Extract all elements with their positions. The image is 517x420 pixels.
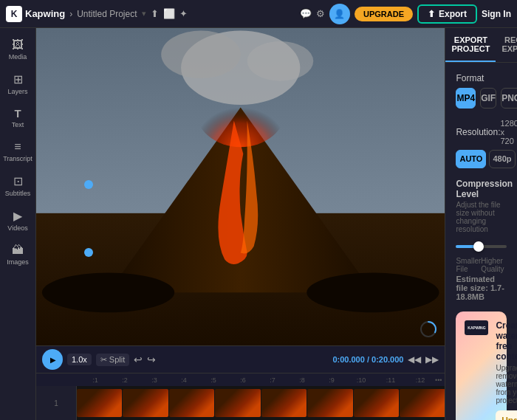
watermark-desc: Upgrade to remove our watermark from you… bbox=[496, 364, 517, 404]
media-label: Media bbox=[9, 53, 27, 61]
layers-icon: ⊞ bbox=[13, 72, 23, 86]
compression-label: Compression Level bbox=[456, 179, 507, 199]
text-label: Text bbox=[12, 121, 24, 128]
brand-logo: K Kapwing bbox=[6, 6, 65, 22]
redo-button[interactable]: ↪ bbox=[147, 354, 156, 365]
ruler-mark: :7 bbox=[258, 376, 287, 384]
resolution-label: Resolution: bbox=[456, 127, 500, 137]
timeline-nav-left[interactable]: ◀◀ bbox=[408, 354, 421, 365]
track-thumbnail bbox=[400, 389, 445, 417]
videos-label: Videos bbox=[7, 224, 27, 232]
svg-point-7 bbox=[42, 272, 174, 312]
project-name[interactable]: Untitled Project bbox=[77, 9, 137, 19]
slider-track[interactable] bbox=[456, 245, 507, 248]
undo-button[interactable]: ↩ bbox=[134, 354, 143, 365]
ruler-mark: :9 bbox=[317, 376, 346, 384]
compression-desc: Adjust the file size without changing re… bbox=[456, 201, 507, 233]
user-avatar[interactable]: 👤 bbox=[329, 4, 350, 24]
upgrade-button[interactable]: UPGRADE bbox=[355, 7, 413, 21]
videos-icon: ▶ bbox=[13, 209, 22, 223]
sidebar-item-layers[interactable]: ⊞ Layers bbox=[0, 68, 35, 100]
format-section: Format MP4 GIF PNG MP3 bbox=[456, 73, 507, 109]
resolution-header: Resolution: 1280 x 720 bbox=[456, 119, 507, 145]
fullscreen-icon[interactable]: ⬜ bbox=[163, 8, 175, 19]
crop-handle-bottom-left[interactable] bbox=[84, 248, 93, 257]
play-button[interactable]: ▶ bbox=[42, 349, 63, 370]
kapwing-logo: KAPWING bbox=[465, 320, 488, 335]
format-png[interactable]: PNG bbox=[501, 88, 517, 109]
time-current: 0:00.000 bbox=[332, 355, 364, 364]
sidebar: 🖼 Media ⊞ Layers T Text ≡ Transcript ⊡ S… bbox=[0, 28, 36, 420]
breadcrumb-sep: › bbox=[69, 9, 72, 19]
svg-point-5 bbox=[161, 31, 241, 79]
svg-point-8 bbox=[307, 272, 439, 312]
images-label: Images bbox=[7, 258, 29, 266]
track-thumbnail bbox=[77, 389, 122, 417]
slider-labels: Smaller File Higher Quality bbox=[456, 257, 507, 273]
res-480p[interactable]: 480p bbox=[489, 150, 515, 168]
panel-tabs: EXPORT PROJECT RECENT EXPORTS bbox=[445, 28, 517, 63]
compression-section: Compression Level Adjust the file size w… bbox=[456, 179, 507, 301]
tab-export-project[interactable]: EXPORT PROJECT bbox=[445, 28, 496, 62]
timeline-ruler: :1 :2 :3 :4 :5 :6 :7 :8 :9 :10 :11 :12 •… bbox=[36, 373, 445, 386]
resolution-buttons: AUTO 480p 720p 1080p+ 4K✦ bbox=[456, 150, 507, 168]
track-thumbnail bbox=[261, 389, 307, 417]
sidebar-item-media[interactable]: 🖼 Media bbox=[0, 34, 35, 65]
playhead-indicator bbox=[420, 320, 437, 338]
split-icon: ✂ bbox=[100, 355, 107, 365]
res-auto[interactable]: AUTO bbox=[456, 150, 486, 168]
upgrade-card-button[interactable]: Upgrade ✦ bbox=[496, 410, 517, 420]
sidebar-item-text[interactable]: T Text bbox=[0, 103, 35, 133]
timeline-track: 1 bbox=[36, 386, 445, 420]
time-total: 0:20.000 bbox=[372, 355, 403, 364]
panel-content: Format MP4 GIF PNG MP3 Resolution: 1280 … bbox=[445, 63, 517, 420]
sidebar-item-subtitles[interactable]: ⊡ Subtitles bbox=[0, 170, 35, 202]
watermark-text: Create watermark-free content Upgrade to… bbox=[496, 320, 517, 420]
ruler-mark: :2 bbox=[110, 376, 140, 384]
slider-thumb[interactable] bbox=[473, 241, 484, 252]
track-label: 1 bbox=[36, 386, 77, 420]
sidebar-item-images[interactable]: 🏔 Images bbox=[0, 239, 35, 270]
svg-point-6 bbox=[247, 41, 314, 81]
ruler-mark: :5 bbox=[199, 376, 228, 384]
tab-recent-exports[interactable]: RECENT EXPORTS bbox=[496, 28, 517, 62]
watermark-heading: Create watermark-free content bbox=[496, 320, 517, 362]
subtitles-icon: ⊡ bbox=[13, 174, 23, 188]
share-icon[interactable]: ⬆ bbox=[151, 8, 159, 19]
ruler-mark: :10 bbox=[346, 376, 376, 384]
split-button[interactable]: ✂ Split bbox=[96, 354, 129, 366]
format-gif[interactable]: GIF bbox=[480, 88, 496, 109]
gear-icon[interactable]: ⚙ bbox=[316, 8, 325, 19]
export-button[interactable]: ⬆ Export bbox=[417, 4, 477, 24]
format-mp4[interactable]: MP4 bbox=[456, 88, 476, 109]
export-panel: EXPORT PROJECT RECENT EXPORTS Format MP4… bbox=[445, 28, 517, 420]
watermark-card: KAPWING Create watermark-free content Up… bbox=[456, 311, 507, 420]
settings-icon[interactable]: ✦ bbox=[179, 8, 188, 19]
signin-button[interactable]: Sign In bbox=[482, 9, 511, 19]
sidebar-item-videos[interactable]: ▶ Videos bbox=[0, 204, 35, 236]
sidebar-item-transcript[interactable]: ≡ Transcript bbox=[0, 136, 35, 167]
project-dropdown-icon[interactable]: ▾ bbox=[142, 9, 146, 18]
format-label: Format bbox=[456, 73, 507, 83]
ruler-mark: :4 bbox=[169, 376, 199, 384]
speed-button[interactable]: 1.0x bbox=[67, 354, 92, 365]
track-content[interactable] bbox=[77, 389, 445, 417]
export-icon: ⬆ bbox=[428, 9, 435, 19]
chat-icon[interactable]: 💬 bbox=[300, 8, 312, 19]
timeline-nav-right[interactable]: ▶▶ bbox=[425, 354, 439, 365]
transcript-label: Transcript bbox=[3, 155, 32, 162]
volcano-svg bbox=[36, 28, 445, 345]
track-thumbnail bbox=[123, 389, 168, 417]
ruler-mark: :6 bbox=[228, 376, 258, 384]
images-icon: 🏔 bbox=[12, 244, 24, 257]
format-buttons: MP4 GIF PNG MP3 bbox=[456, 88, 507, 109]
track-thumbnail bbox=[307, 389, 352, 417]
main-layout: 🖼 Media ⊞ Layers T Text ≡ Transcript ⊡ S… bbox=[0, 28, 517, 420]
file-size-label: Estimated file size: bbox=[456, 275, 495, 292]
ruler-mark: :8 bbox=[287, 376, 317, 384]
time-display: 0:00.000 / 0:20.000 bbox=[332, 355, 403, 364]
resolution-value: 1280 x 720 bbox=[501, 119, 518, 145]
ruler-mark: :1 bbox=[81, 376, 110, 384]
text-icon: T bbox=[14, 107, 21, 120]
ruler-mark: :12 bbox=[405, 376, 435, 384]
